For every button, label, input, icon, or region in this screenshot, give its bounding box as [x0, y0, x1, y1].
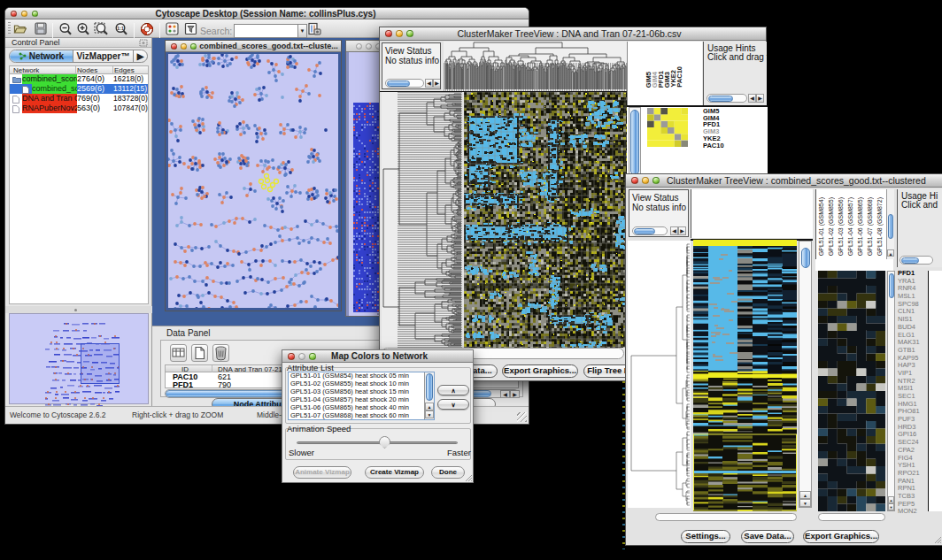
svg-text:1:1: 1:1: [117, 26, 124, 31]
